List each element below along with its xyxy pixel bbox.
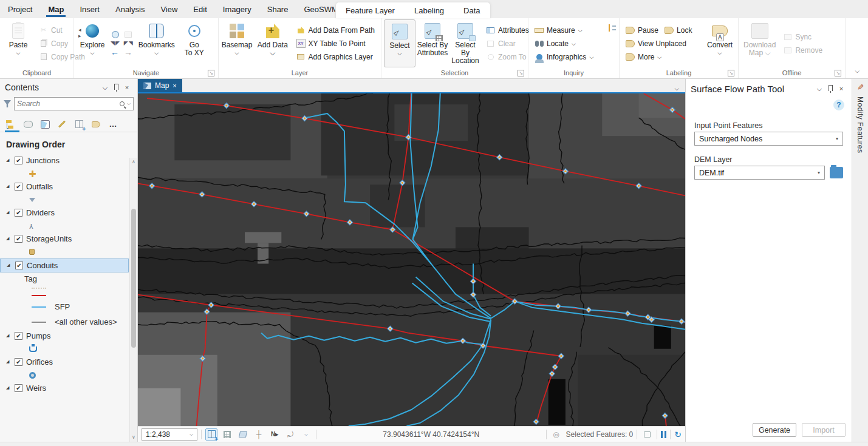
panel-close-icon[interactable]: × — [836, 85, 847, 92]
modify-features-tab[interactable]: Modify Features — [856, 96, 864, 154]
menu-edit[interactable]: Edit — [185, 0, 214, 18]
rotate-view-icon[interactable]: ⤾ — [284, 428, 296, 441]
map-tab[interactable]: Map × — [138, 79, 182, 92]
fixed-zoom-out-icon[interactable]: ◤◥ — [124, 40, 134, 46]
explore-button[interactable]: Explore⌵ — [77, 19, 108, 67]
list-by-snapping-icon[interactable] — [73, 118, 85, 130]
layer-item-weirs[interactable]: ◢✔Weirs — [0, 382, 129, 394]
expander-icon[interactable]: ◢ — [6, 359, 9, 364]
list-by-labeling-icon[interactable] — [90, 118, 102, 130]
scroll-down-icon[interactable]: ∨ — [132, 433, 135, 442]
expander-icon[interactable]: ◢ — [6, 210, 9, 215]
contents-pin-icon[interactable] — [111, 84, 121, 91]
tab-labeling[interactable]: Labeling — [405, 6, 454, 15]
contents-search-box[interactable]: ⌵ — [14, 97, 134, 110]
expander-icon[interactable]: ◢ — [7, 263, 10, 268]
zoom-to-selection-icon[interactable]: ◎ — [550, 428, 562, 441]
list-by-drawing-order-icon[interactable] — [5, 118, 17, 130]
layer-item-dividers[interactable]: ◢✔Dividers — [0, 206, 129, 219]
contents-scrollbar[interactable]: ∧ ∨ — [129, 158, 137, 442]
coordinate-conversion-icon[interactable] — [607, 23, 617, 32]
menu-insert[interactable]: Insert — [72, 0, 108, 18]
contents-more-icon[interactable]: … — [107, 118, 119, 130]
menu-map[interactable]: Map — [40, 0, 72, 18]
layer-checkbox-weirs[interactable]: ✔ — [15, 384, 22, 392]
layer-item-storageunits[interactable]: ◢✔StorageUnits — [0, 232, 129, 245]
pause-labeling-button[interactable]: Pause — [623, 24, 661, 36]
basemap-button[interactable]: Basemap⌵ — [221, 19, 253, 67]
menu-view[interactable]: View — [152, 0, 185, 18]
menu-share[interactable]: Share — [259, 0, 296, 18]
tab-feature-layer[interactable]: Feature Layer — [336, 6, 405, 15]
collapse-ribbon-icon[interactable]: ⌵ — [855, 67, 859, 75]
layer-checkbox-junctions[interactable]: ✔ — [15, 157, 22, 164]
next-extent-icon[interactable]: → — [124, 47, 132, 57]
dimension-constraint-icon[interactable]: ┼ — [253, 428, 265, 441]
input-point-features-combo[interactable]: Surcharged Nodes ▾ — [694, 132, 843, 146]
layer-item-conduits[interactable]: ◢✔Conduits — [0, 258, 129, 272]
layer-checkbox-conduits[interactable]: ✔ — [15, 262, 23, 269]
zoom-selection-icon[interactable] — [123, 30, 132, 39]
dem-layer-combo[interactable]: DEM.tif ▾ — [694, 166, 825, 180]
labeling-dialog-launcher[interactable]: ↘ — [728, 70, 734, 76]
locate-button[interactable]: Locate ⌵ — [532, 38, 605, 49]
scroll-up-icon[interactable]: ∧ — [132, 158, 135, 166]
attributes-button[interactable]: Attributes — [484, 24, 531, 36]
expander-icon[interactable]: ◢ — [6, 236, 9, 241]
select-button[interactable]: Select⌵ — [384, 19, 415, 67]
layer-checkbox-orifices[interactable]: ✔ — [15, 358, 22, 366]
menu-analysis[interactable]: Analysis — [108, 0, 152, 18]
expander-icon[interactable]: ◢ — [6, 158, 9, 163]
north-arrow-icon[interactable]: N▸ — [268, 428, 281, 441]
expander-icon[interactable]: ◢ — [6, 385, 9, 390]
paste-button[interactable]: Paste⌵ — [2, 19, 34, 67]
expander-icon[interactable]: ◢ — [6, 184, 9, 189]
help-icon[interactable]: ? — [833, 100, 844, 110]
selection-dialog-launcher[interactable]: ↘ — [518, 70, 524, 76]
contents-menu-icon[interactable]: ⌵ — [100, 84, 111, 92]
filter-icon[interactable] — [4, 100, 11, 107]
list-by-editing-icon[interactable] — [56, 118, 68, 130]
search-input[interactable] — [17, 100, 117, 108]
panel-menu-icon[interactable]: ⌵ — [814, 85, 825, 93]
navigate-dialog-launcher[interactable]: ↘ — [208, 70, 214, 76]
infographics-button[interactable]: Infographics ⌵ — [532, 51, 605, 63]
more-labeling-button[interactable]: More ⌵ — [623, 51, 702, 63]
status-toolbar-dropdown-icon[interactable]: ⌵ — [300, 428, 312, 441]
go-to-xy-button[interactable]: GoTo XY — [179, 19, 210, 67]
select-by-location-button[interactable]: Select By Location — [449, 19, 481, 67]
add-data-button[interactable]: Add Data ⌵ — [254, 19, 292, 67]
view-options-icon[interactable]: ⌵ — [668, 85, 685, 92]
grid-icon[interactable] — [221, 428, 233, 441]
list-by-data-source-icon[interactable] — [22, 118, 34, 130]
snapping-toggle-icon[interactable] — [205, 428, 217, 441]
measure-button[interactable]: Measure ⌵ — [532, 24, 605, 36]
clear-button[interactable]: Clear — [484, 38, 531, 49]
layer-item-junctions[interactable]: ◢✔Junctions — [0, 154, 129, 167]
tab-data[interactable]: Data — [454, 6, 490, 15]
import-button[interactable]: Import — [802, 423, 846, 437]
generate-button[interactable]: Generate — [753, 423, 796, 437]
full-extent-icon[interactable] — [111, 30, 120, 39]
menu-project[interactable]: Project — [0, 0, 40, 18]
selection-box-icon[interactable] — [641, 428, 653, 441]
fixed-zoom-in-icon[interactable]: ◥◤ — [111, 40, 120, 46]
layer-checkbox-outfalls[interactable]: ✔ — [15, 183, 22, 191]
layer-item-orifices[interactable]: ◢✔Orifices — [0, 356, 129, 368]
view-unplaced-button[interactable]: View Unplaced — [623, 38, 702, 49]
map-canvas[interactable] — [138, 92, 685, 426]
panel-pin-icon[interactable] — [825, 85, 836, 92]
sync-button[interactable]: Sync — [781, 31, 825, 42]
lock-labels-button[interactable]: Lock — [662, 24, 694, 36]
map-scale-combo[interactable]: 1:2,438 ⌵ — [142, 428, 197, 441]
contents-close-icon[interactable]: × — [121, 84, 132, 91]
expander-icon[interactable]: ◢ — [6, 333, 9, 338]
list-by-selection-icon[interactable] — [39, 118, 51, 130]
menu-imagery[interactable]: Imagery — [215, 0, 259, 18]
add-graphics-layer-button[interactable]: Add Graphics Layer — [294, 51, 377, 63]
layer-item-pumps[interactable]: ◢✔Pumps — [0, 329, 129, 342]
layer-item-outfalls[interactable]: ◢✔Outfalls — [0, 180, 129, 193]
xy-table-to-point-button[interactable]: XYXY Table To Point — [294, 38, 377, 49]
select-by-attributes-button[interactable]: Select By Attributes — [417, 19, 448, 67]
refresh-map-icon[interactable]: ↻ — [674, 430, 682, 439]
